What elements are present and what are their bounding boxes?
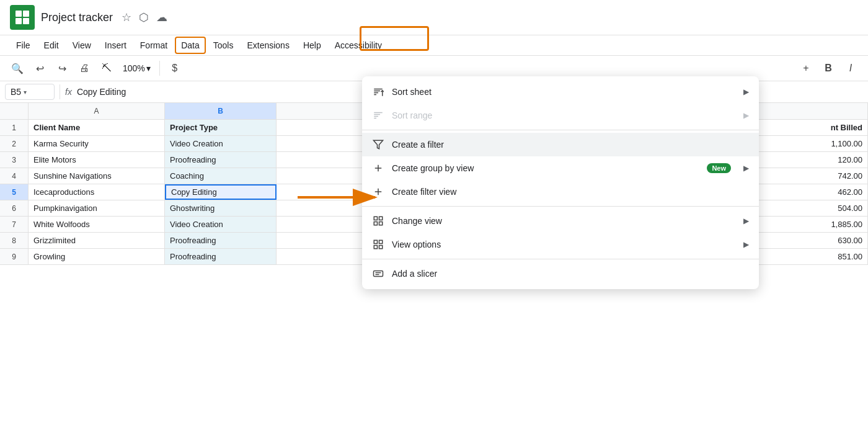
redo-btn[interactable]: ↪ xyxy=(52,58,72,78)
dropdown-divider-1 xyxy=(362,130,759,130)
dropdown-change-view[interactable]: Change view ▶ xyxy=(362,209,759,233)
svg-rect-19 xyxy=(379,222,383,225)
menu-bar: File Edit View Insert Format Data Tools … xyxy=(0,35,868,56)
cell-reference[interactable]: B5 ▾ xyxy=(5,84,55,100)
row-num-7: 7 xyxy=(0,217,29,232)
undo-btn[interactable]: ↩ xyxy=(30,58,50,78)
new-badge: New xyxy=(707,163,731,173)
row-num-6: 6 xyxy=(0,200,29,216)
menu-edit[interactable]: Edit xyxy=(38,37,65,54)
cell-b4[interactable]: Coaching xyxy=(165,168,277,184)
cell-b6[interactable]: Ghostwriting xyxy=(165,200,277,216)
bold-btn[interactable]: B xyxy=(818,58,838,78)
currency-btn[interactable]: $ xyxy=(165,58,185,78)
cloud-icon[interactable]: ☁ xyxy=(156,11,167,24)
cell-b3[interactable]: Proofreading xyxy=(165,152,277,168)
cell-b2[interactable]: Video Creation xyxy=(165,136,277,151)
search-btn[interactable]: 🔍 xyxy=(7,58,27,78)
zoom-value: 100% xyxy=(123,63,145,73)
cell-b9[interactable]: Proofreading xyxy=(165,249,277,264)
sort-sheet-arrow: ▶ xyxy=(743,87,749,96)
svg-rect-18 xyxy=(374,222,377,225)
change-view-label: Change view xyxy=(392,216,736,226)
dropdown-divider-3 xyxy=(362,259,759,259)
row-num-2: 2 xyxy=(0,136,29,151)
create-filter-icon xyxy=(372,139,384,150)
print-btn[interactable]: 🖨 xyxy=(74,58,94,78)
cell-a7[interactable]: White Wolfoods xyxy=(29,217,165,232)
cell-ref-value: B5 xyxy=(11,87,21,97)
dropdown-create-group-view[interactable]: Create group by view New ▶ xyxy=(362,156,759,180)
menu-insert[interactable]: Insert xyxy=(99,37,133,54)
menu-help[interactable]: Help xyxy=(297,37,327,54)
dropdown-create-filter-view[interactable]: Create filter view xyxy=(362,180,759,204)
menu-tools[interactable]: Tools xyxy=(207,37,240,54)
row-num-4: 4 xyxy=(0,168,29,184)
cell-b8[interactable]: Proofreading xyxy=(165,233,277,248)
toolbar-divider-1 xyxy=(159,61,160,76)
dropdown-create-filter[interactable]: Create a filter xyxy=(362,133,759,156)
italic-btn[interactable]: I xyxy=(841,58,861,78)
col-header-b[interactable]: B xyxy=(165,103,277,119)
create-filter-label: Create a filter xyxy=(392,140,749,150)
cell-b7[interactable]: Video Creation xyxy=(165,217,277,232)
dropdown-divider-2 xyxy=(362,206,759,207)
dropdown-sort-sheet[interactable]: Sort sheet ▶ xyxy=(362,80,759,104)
row-num-header xyxy=(0,103,29,119)
change-view-arrow: ▶ xyxy=(743,217,749,225)
menu-file[interactable]: File xyxy=(10,37,37,54)
cell-a4[interactable]: Sunshine Navigations xyxy=(29,168,165,184)
create-filter-view-label: Create filter view xyxy=(392,187,749,197)
svg-rect-20 xyxy=(374,240,377,243)
row-num-8: 8 xyxy=(0,233,29,248)
svg-rect-22 xyxy=(374,246,377,249)
row-num-5[interactable]: 5 xyxy=(0,184,29,200)
dropdown-sort-range: Sort range ▶ xyxy=(362,104,759,127)
app-title: Project tracker xyxy=(41,11,113,24)
dropdown-view-options[interactable]: View options ▶ xyxy=(362,233,759,256)
svg-marker-11 xyxy=(374,140,383,149)
cell-a6[interactable]: Pumpkinavigation xyxy=(29,200,165,216)
cell-a2[interactable]: Karma Security xyxy=(29,136,165,151)
zoom-selector[interactable]: 100% ▾ xyxy=(119,62,154,74)
app-icon xyxy=(10,5,35,30)
view-options-label: View options xyxy=(392,240,736,249)
menu-data[interactable]: Data xyxy=(175,37,206,54)
dropdown-add-slicer[interactable]: Add a slicer xyxy=(362,262,759,285)
cell-a3[interactable]: Elite Motors xyxy=(29,152,165,168)
sort-range-label: Sort range xyxy=(392,110,736,120)
menu-accessibility[interactable]: Accessibility xyxy=(329,37,388,54)
create-group-view-label: Create group by view xyxy=(392,163,699,173)
header-project-type[interactable]: Project Type xyxy=(165,120,277,135)
header-client-name[interactable]: Client Name xyxy=(29,120,165,135)
row-num-3: 3 xyxy=(0,152,29,168)
folder-icon[interactable]: ⬡ xyxy=(139,11,149,24)
cell-ref-chevron: ▾ xyxy=(24,89,27,96)
svg-rect-23 xyxy=(379,246,383,249)
row-num-1[interactable]: 1 xyxy=(0,120,29,135)
cell-b5[interactable]: Copy Editing xyxy=(165,184,277,200)
sort-sheet-label: Sort sheet xyxy=(392,87,736,97)
star-icon[interactable]: ☆ xyxy=(122,11,131,24)
row-num-9: 9 xyxy=(0,249,29,264)
view-options-arrow: ▶ xyxy=(743,240,749,249)
svg-rect-21 xyxy=(379,240,383,243)
svg-rect-16 xyxy=(374,217,377,220)
sort-range-icon xyxy=(372,110,384,121)
fx-label: fx xyxy=(65,87,72,97)
cell-a9[interactable]: Growling xyxy=(29,249,165,264)
paint-format-btn[interactable]: ⛏ xyxy=(97,58,117,78)
cell-a8[interactable]: Grizzlimited xyxy=(29,233,165,248)
add-slicer-icon xyxy=(372,268,384,279)
cell-a5[interactable]: Icecaproductions xyxy=(29,184,165,200)
zoom-chevron: ▾ xyxy=(146,63,151,73)
menu-view[interactable]: View xyxy=(66,37,97,54)
menu-format[interactable]: Format xyxy=(134,37,174,54)
create-group-view-icon xyxy=(372,163,384,174)
col-header-a[interactable]: A xyxy=(29,103,165,119)
add-col-btn[interactable]: + xyxy=(796,58,816,78)
sort-range-arrow: ▶ xyxy=(743,111,749,120)
change-view-icon xyxy=(372,215,384,226)
menu-extensions[interactable]: Extensions xyxy=(241,37,295,54)
arrow-annotation xyxy=(298,185,384,210)
